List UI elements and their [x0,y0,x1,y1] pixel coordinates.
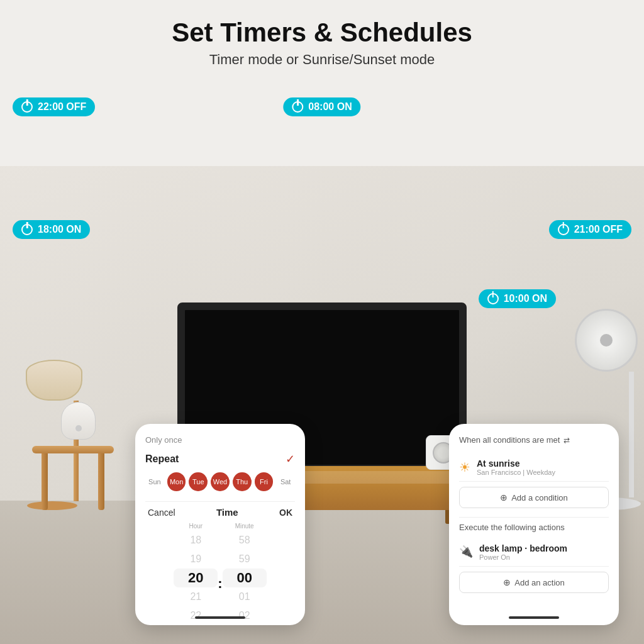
minute-02[interactable]: 02 [223,606,267,625]
add-action-icon: ⊕ [503,577,511,587]
page-title: Set Timers & Schedules [0,18,644,48]
phone-left-content: Only once Repeat ✓ Sun Mon Tue Wed Thu F… [135,424,305,625]
humidifier [61,402,99,446]
divider-2 [459,517,609,518]
only-once-label: Only once [145,435,295,445]
hour-19[interactable]: 19 [174,550,218,569]
fan-center [600,334,613,347]
badge-22-off: 22:00 OFF [13,97,95,116]
minute-column: Minute 58 59 00 01 02 [223,523,267,625]
hour-column: Hour 18 19 20 21 22 [174,523,218,625]
page-subtitle: Timer mode or Sunrise/Sunset mode [0,52,644,68]
badge-08-on-text: 08:00 ON [308,101,352,113]
days-row: Sun Mon Tue Wed Thu Fri Sat [145,472,295,491]
hour-22[interactable]: 22 [174,606,218,625]
add-condition-icon: ⊕ [500,492,508,502]
day-thu[interactable]: Thu [233,472,252,491]
minute-00-selected[interactable]: 00 [223,569,267,587]
side-table-legs [32,453,114,510]
phone-left: Only once Repeat ✓ Sun Mon Tue Wed Thu F… [135,424,305,625]
badge-08-on: 08:00 ON [283,97,360,116]
sunrise-icon: ☀ [459,460,470,475]
hour-label: Hour [189,523,203,530]
day-sat[interactable]: Sat [276,472,295,491]
action-name: desk lamp · bedroom [479,543,567,553]
repeat-check-icon: ✓ [286,452,295,466]
condition-item: ☀ At sunrise San Francisco | Weekday [459,453,609,482]
phone-right-content: When all conditions are met ⇄ ☀ At sunri… [449,424,619,625]
phone-left-home-bar [195,616,245,619]
plug-icon: 🔌 [459,545,473,558]
phone-right-home-bar [509,616,559,619]
actions-title: Execute the following actions [459,523,609,532]
side-table-leg-right [98,453,104,510]
side-table-top [32,446,114,453]
repeat-label: Repeat [145,453,179,465]
minute-label: Minute [235,523,254,530]
humidifier-body [61,402,96,440]
time-picker-header: Cancel Time OK [145,507,295,518]
power-icon-4 [558,224,569,235]
badge-18-on: 18:00 ON [13,220,90,239]
condition-detail: San Francisco | Weekday [477,469,555,476]
time-separator: : [218,523,222,625]
humidifier-dot [75,425,82,431]
ok-button[interactable]: OK [279,508,292,518]
hour-20-selected[interactable]: 20 [174,569,218,587]
side-table-leg-left [42,453,48,510]
add-action-button[interactable]: ⊕ Add an action [459,572,609,593]
day-mon[interactable]: Mon [167,472,186,491]
badge-10-on-text: 10:00 ON [504,293,547,304]
day-sun[interactable]: Sun [145,472,164,491]
action-detail: Power On [479,553,567,561]
day-tue[interactable]: Tue [189,472,208,491]
repeat-row: Repeat ✓ [145,452,295,466]
hour-21[interactable]: 21 [174,587,218,606]
time-label: Time [216,507,238,518]
add-condition-label: Add a condition [511,493,568,502]
phone-right: When all conditions are met ⇄ ☀ At sunri… [449,424,619,625]
action-text: desk lamp · bedroom Power On [479,543,567,561]
minute-01[interactable]: 01 [223,587,267,606]
badge-21-off-text: 21:00 OFF [574,224,623,235]
minute-59[interactable]: 59 [223,550,267,569]
power-icon-2 [21,224,33,235]
badge-22-off-text: 22:00 OFF [38,101,86,113]
conditions-header: When all conditions are met ⇄ [459,435,609,445]
day-wed[interactable]: Wed [211,472,230,491]
action-item: 🔌 desk lamp · bedroom Power On [459,538,609,567]
power-icon-1 [21,101,33,113]
badge-18-on-text: 18:00 ON [38,224,81,235]
page-header: Set Timers & Schedules Timer mode or Sun… [0,0,644,74]
conditions-title: When all conditions are met [459,435,560,445]
power-icon-5 [487,293,499,304]
fan-pole [629,372,634,497]
add-condition-button[interactable]: ⊕ Add a condition [459,487,609,508]
badge-10-on: 10:00 ON [479,289,556,308]
side-table [32,446,114,510]
time-picker-scroll: Hour 18 19 20 21 22 : Minute 58 59 00 01… [145,523,295,625]
add-action-label: Add an action [514,578,565,587]
badge-21-off: 21:00 OFF [549,220,631,239]
divider-1 [145,501,295,502]
fan-head [575,309,638,372]
condition-text: At sunrise San Francisco | Weekday [477,458,555,476]
condition-name: At sunrise [477,458,555,469]
power-icon-3 [292,101,303,113]
day-fri[interactable]: Fri [255,472,274,491]
hour-18[interactable]: 18 [174,531,218,550]
minute-58[interactable]: 58 [223,531,267,550]
cancel-button[interactable]: Cancel [148,508,175,518]
lamp-shade [26,360,82,401]
